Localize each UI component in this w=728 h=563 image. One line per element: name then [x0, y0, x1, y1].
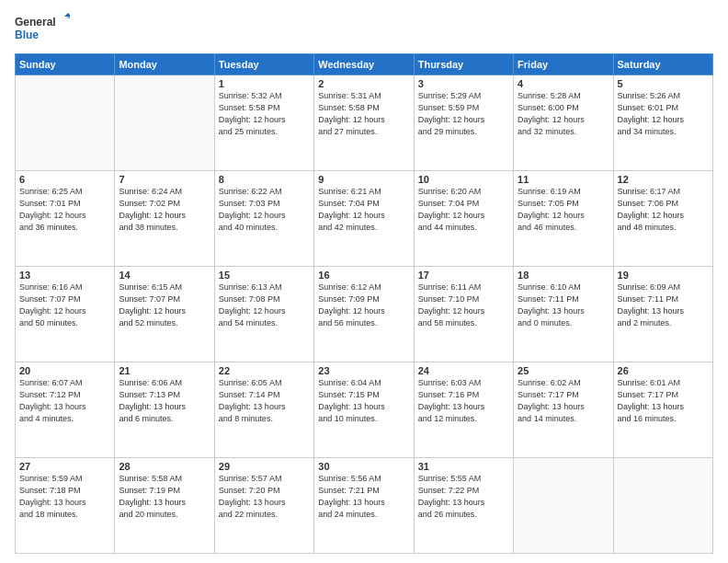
calendar-table: SundayMondayTuesdayWednesdayThursdayFrid… — [15, 53, 713, 554]
day-number: 1 — [219, 78, 310, 89]
day-number: 7 — [119, 174, 210, 185]
day-cell-5-0-6: 5Sunrise: 5:26 AM Sunset: 6:01 PM Daylig… — [613, 75, 712, 171]
day-info: Sunrise: 6:17 AM Sunset: 7:06 PM Dayligh… — [618, 186, 709, 234]
day-number: 29 — [219, 461, 310, 472]
day-number: 8 — [219, 174, 310, 185]
day-cell-22-3-2: 22Sunrise: 6:05 AM Sunset: 7:14 PM Dayli… — [214, 362, 313, 458]
day-info: Sunrise: 5:31 AM Sunset: 5:58 PM Dayligh… — [318, 90, 409, 138]
day-info: Sunrise: 5:58 AM Sunset: 7:19 PM Dayligh… — [119, 473, 210, 521]
day-info: Sunrise: 6:07 AM Sunset: 7:12 PM Dayligh… — [19, 377, 110, 425]
day-number: 4 — [518, 78, 609, 89]
header-sunday: Sunday — [16, 54, 115, 75]
day-number: 6 — [19, 174, 110, 185]
day-info: Sunrise: 6:15 AM Sunset: 7:07 PM Dayligh… — [119, 282, 210, 329]
header-saturday: Saturday — [613, 54, 712, 75]
day-cell-6-1-0: 6Sunrise: 6:25 AM Sunset: 7:01 PM Daylig… — [16, 171, 115, 267]
day-cell-8-1-2: 8Sunrise: 6:22 AM Sunset: 7:03 PM Daylig… — [214, 171, 313, 267]
day-cell-31-4-4: 31Sunrise: 5:55 AM Sunset: 7:22 PM Dayli… — [414, 458, 513, 554]
day-cell-1-0-2: 1Sunrise: 5:32 AM Sunset: 5:58 PM Daylig… — [214, 75, 313, 171]
day-cell-7-1-1: 7Sunrise: 6:24 AM Sunset: 7:02 PM Daylig… — [115, 171, 214, 267]
week-row-1: 1Sunrise: 5:32 AM Sunset: 5:58 PM Daylig… — [16, 75, 713, 171]
day-cell-empty-4-5 — [514, 458, 613, 554]
day-cell-14-2-1: 14Sunrise: 6:15 AM Sunset: 7:07 PM Dayli… — [115, 267, 214, 362]
day-info: Sunrise: 5:57 AM Sunset: 7:20 PM Dayligh… — [219, 473, 310, 521]
day-info: Sunrise: 6:06 AM Sunset: 7:13 PM Dayligh… — [119, 377, 210, 425]
day-cell-empty-0-1 — [115, 75, 214, 171]
logo-svg: General Blue — [15, 13, 70, 46]
day-cell-17-2-4: 17Sunrise: 6:11 AM Sunset: 7:10 PM Dayli… — [414, 267, 513, 362]
day-cell-2-0-3: 2Sunrise: 5:31 AM Sunset: 5:58 PM Daylig… — [314, 75, 414, 171]
header-wednesday: Wednesday — [314, 54, 414, 75]
day-number: 21 — [119, 365, 210, 376]
day-number: 17 — [418, 270, 509, 281]
day-info: Sunrise: 6:02 AM Sunset: 7:17 PM Dayligh… — [518, 377, 609, 425]
day-cell-empty-4-6 — [613, 458, 712, 554]
day-info: Sunrise: 6:21 AM Sunset: 7:04 PM Dayligh… — [318, 186, 409, 234]
day-info: Sunrise: 6:11 AM Sunset: 7:10 PM Dayligh… — [418, 282, 509, 329]
day-cell-empty-0-0 — [16, 75, 115, 171]
day-number: 5 — [618, 78, 709, 89]
day-cell-28-4-1: 28Sunrise: 5:58 AM Sunset: 7:19 PM Dayli… — [115, 458, 214, 554]
day-number: 22 — [219, 365, 310, 376]
day-cell-10-1-4: 10Sunrise: 6:20 AM Sunset: 7:04 PM Dayli… — [414, 171, 513, 267]
day-cell-18-2-5: 18Sunrise: 6:10 AM Sunset: 7:11 PM Dayli… — [514, 267, 613, 362]
week-row-2: 6Sunrise: 6:25 AM Sunset: 7:01 PM Daylig… — [16, 171, 713, 267]
day-info: Sunrise: 5:29 AM Sunset: 5:59 PM Dayligh… — [418, 90, 509, 138]
day-cell-29-4-2: 29Sunrise: 5:57 AM Sunset: 7:20 PM Dayli… — [214, 458, 313, 554]
day-cell-12-1-6: 12Sunrise: 6:17 AM Sunset: 7:06 PM Dayli… — [613, 171, 712, 267]
calendar-page: General Blue SundayMondayTuesdayWednesda… — [0, 0, 728, 563]
day-info: Sunrise: 6:20 AM Sunset: 7:04 PM Dayligh… — [418, 186, 509, 234]
day-info: Sunrise: 6:09 AM Sunset: 7:11 PM Dayligh… — [618, 282, 709, 329]
day-number: 23 — [318, 365, 409, 376]
day-info: Sunrise: 6:16 AM Sunset: 7:07 PM Dayligh… — [19, 282, 110, 329]
day-info: Sunrise: 6:25 AM Sunset: 7:01 PM Dayligh… — [19, 186, 110, 234]
day-info: Sunrise: 5:59 AM Sunset: 7:18 PM Dayligh… — [19, 473, 110, 521]
day-info: Sunrise: 6:03 AM Sunset: 7:16 PM Dayligh… — [418, 377, 509, 425]
day-info: Sunrise: 5:55 AM Sunset: 7:22 PM Dayligh… — [418, 473, 509, 521]
week-row-4: 20Sunrise: 6:07 AM Sunset: 7:12 PM Dayli… — [16, 362, 713, 458]
day-number: 26 — [618, 365, 709, 376]
svg-text:General: General — [15, 16, 56, 29]
day-cell-20-3-0: 20Sunrise: 6:07 AM Sunset: 7:12 PM Dayli… — [16, 362, 115, 458]
day-info: Sunrise: 5:32 AM Sunset: 5:58 PM Dayligh… — [219, 90, 310, 138]
week-row-3: 13Sunrise: 6:16 AM Sunset: 7:07 PM Dayli… — [16, 267, 713, 362]
day-info: Sunrise: 6:13 AM Sunset: 7:08 PM Dayligh… — [219, 282, 310, 329]
day-cell-11-1-5: 11Sunrise: 6:19 AM Sunset: 7:05 PM Dayli… — [514, 171, 613, 267]
header-tuesday: Tuesday — [214, 54, 313, 75]
day-info: Sunrise: 5:28 AM Sunset: 6:00 PM Dayligh… — [518, 90, 609, 138]
day-cell-23-3-3: 23Sunrise: 6:04 AM Sunset: 7:15 PM Dayli… — [314, 362, 414, 458]
day-cell-25-3-5: 25Sunrise: 6:02 AM Sunset: 7:17 PM Dayli… — [514, 362, 613, 458]
day-number: 20 — [19, 365, 110, 376]
day-cell-16-2-3: 16Sunrise: 6:12 AM Sunset: 7:09 PM Dayli… — [314, 267, 414, 362]
day-info: Sunrise: 5:26 AM Sunset: 6:01 PM Dayligh… — [618, 90, 709, 138]
day-number: 30 — [318, 461, 409, 472]
day-number: 16 — [318, 270, 409, 281]
day-info: Sunrise: 6:04 AM Sunset: 7:15 PM Dayligh… — [318, 377, 409, 425]
day-cell-24-3-4: 24Sunrise: 6:03 AM Sunset: 7:16 PM Dayli… — [414, 362, 513, 458]
header-thursday: Thursday — [414, 54, 513, 75]
day-number: 14 — [119, 270, 210, 281]
day-number: 3 — [418, 78, 509, 89]
day-number: 2 — [318, 78, 409, 89]
day-number: 24 — [418, 365, 509, 376]
week-row-5: 27Sunrise: 5:59 AM Sunset: 7:18 PM Dayli… — [16, 458, 713, 554]
day-info: Sunrise: 6:12 AM Sunset: 7:09 PM Dayligh… — [318, 282, 409, 329]
day-number: 10 — [418, 174, 509, 185]
day-cell-13-2-0: 13Sunrise: 6:16 AM Sunset: 7:07 PM Dayli… — [16, 267, 115, 362]
day-info: Sunrise: 6:05 AM Sunset: 7:14 PM Dayligh… — [219, 377, 310, 425]
day-number: 9 — [318, 174, 409, 185]
day-cell-4-0-5: 4Sunrise: 5:28 AM Sunset: 6:00 PM Daylig… — [514, 75, 613, 171]
day-info: Sunrise: 6:01 AM Sunset: 7:17 PM Dayligh… — [618, 377, 709, 425]
day-info: Sunrise: 5:56 AM Sunset: 7:21 PM Dayligh… — [318, 473, 409, 521]
day-number: 27 — [19, 461, 110, 472]
day-number: 19 — [618, 270, 709, 281]
header: General Blue — [15, 13, 713, 46]
day-cell-21-3-1: 21Sunrise: 6:06 AM Sunset: 7:13 PM Dayli… — [115, 362, 214, 458]
day-cell-19-2-6: 19Sunrise: 6:09 AM Sunset: 7:11 PM Dayli… — [613, 267, 712, 362]
day-cell-27-4-0: 27Sunrise: 5:59 AM Sunset: 7:18 PM Dayli… — [16, 458, 115, 554]
day-number: 28 — [119, 461, 210, 472]
day-cell-3-0-4: 3Sunrise: 5:29 AM Sunset: 5:59 PM Daylig… — [414, 75, 513, 171]
day-number: 18 — [518, 270, 609, 281]
day-number: 31 — [418, 461, 509, 472]
header-friday: Friday — [514, 54, 613, 75]
